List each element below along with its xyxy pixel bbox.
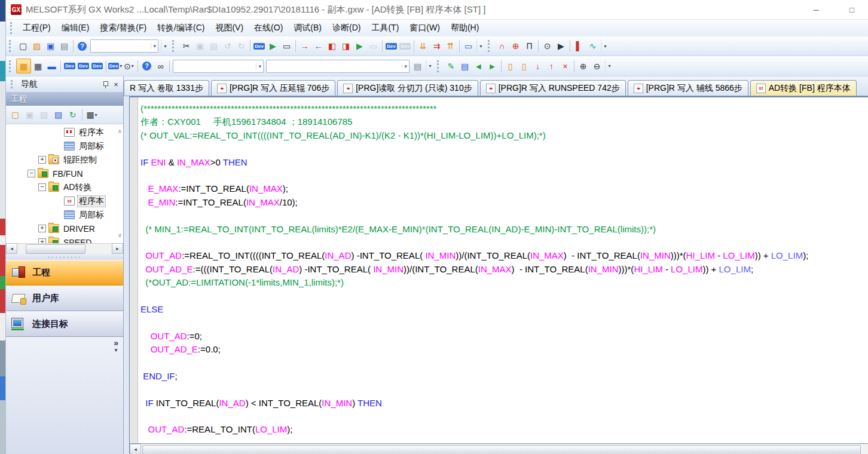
- device-display-icon[interactable]: Dev▾: [108, 59, 122, 73]
- undo-icon[interactable]: ↺: [221, 39, 234, 53]
- menu-item-1[interactable]: 编辑(E): [56, 21, 95, 34]
- device-comment-icon[interactable]: Dev: [63, 59, 77, 73]
- scan-time-icon[interactable]: ▌: [572, 39, 586, 53]
- chevron-down-icon[interactable]: ▾: [402, 63, 409, 69]
- scroll-left-icon[interactable]: ◂: [130, 444, 141, 454]
- jump-source-icon[interactable]: ⇊: [416, 39, 430, 53]
- tab-prg-write-juanqu[interactable]: R 写入 卷取 1331步: [124, 80, 209, 96]
- find-next-icon[interactable]: ►: [485, 59, 499, 73]
- work-window-icon[interactable]: ▬: [45, 59, 59, 73]
- more-buttons-icon[interactable]: »▾: [114, 339, 118, 354]
- code-line[interactable]: ELSE: [140, 303, 868, 316]
- copy-icon[interactable]: ▣: [193, 39, 207, 53]
- project-view-icon[interactable]: ▦: [16, 59, 31, 73]
- code-line[interactable]: 作者：CXY001 手机15961734804 ；18914106785: [140, 115, 868, 128]
- sampling-trace-icon[interactable]: ∩: [495, 39, 509, 53]
- toolbar-overflow-icon[interactable]: ▾: [426, 60, 434, 73]
- find-binoculars-icon[interactable]: ∞: [154, 59, 167, 73]
- help-icon[interactable]: ?: [75, 39, 89, 53]
- panel-splitter[interactable]: ·········: [6, 254, 123, 260]
- refresh-icon[interactable]: ↻: [66, 108, 80, 122]
- minimize-button[interactable]: ─: [808, 5, 824, 14]
- find-target-combo[interactable]: ▾: [173, 60, 264, 73]
- tree-item-program-body[interactable]: 程序本: [6, 125, 123, 139]
- code-line[interactable]: [140, 316, 868, 329]
- tree-item-ad-convert[interactable]: −AD转换: [6, 180, 123, 194]
- find-down-icon[interactable]: ↓: [531, 59, 545, 73]
- monitor-read-icon[interactable]: ◧: [325, 39, 339, 53]
- code-line[interactable]: (* OUT_VAL:=REAL_TO_INT((((INT_TO_REAL(A…: [140, 129, 868, 142]
- redo-icon[interactable]: ↻: [234, 39, 248, 53]
- tree-item-driver[interactable]: +DRIVER: [6, 222, 123, 235]
- toolbar-grip[interactable]: [9, 60, 13, 72]
- expand-icon[interactable]: +: [38, 238, 46, 243]
- code-line[interactable]: [140, 356, 868, 369]
- menu-item-5[interactable]: 在线(O): [249, 21, 288, 34]
- find-previous-icon[interactable]: ◄: [472, 59, 485, 73]
- find-up-icon[interactable]: ↑: [545, 59, 558, 73]
- toolbar-overflow-icon[interactable]: ▾: [605, 60, 613, 73]
- tree-scroll-down-icon[interactable]: ∨: [118, 232, 122, 238]
- device-register-icon[interactable]: Dev: [398, 39, 412, 53]
- open-project-icon[interactable]: ▨: [30, 39, 44, 53]
- tree-item-ad-local-label[interactable]: 局部标: [6, 208, 123, 222]
- jump-back-icon[interactable]: ⇈: [444, 39, 457, 53]
- find-string-combo[interactable]: ▾: [266, 60, 409, 73]
- jump-exchange-icon[interactable]: ⇉: [430, 39, 444, 53]
- code-line[interactable]: (* MIN_1:=REAL_TO_INT(INT_TO_REAL(limits…: [140, 223, 868, 236]
- menu-grip[interactable]: [10, 22, 14, 34]
- menu-item-4[interactable]: 视图(V): [210, 21, 249, 34]
- code-line[interactable]: [140, 383, 868, 396]
- device-initial-icon[interactable]: Dev: [90, 59, 104, 73]
- toolbar-overflow-icon[interactable]: ▾: [161, 39, 169, 53]
- st-code-editor[interactable]: (***************************************…: [138, 97, 868, 443]
- find-in-document-icon[interactable]: ▤: [411, 59, 424, 73]
- zoom-in-icon[interactable]: ⊕: [576, 59, 590, 73]
- new-data-icon[interactable]: ▢: [8, 108, 22, 122]
- code-line[interactable]: (***************************************…: [140, 102, 868, 115]
- project-tree[interactable]: ∧ ∨ 程序本局部标+辊距控制−FB/FUN−AD转换st程序本局部标+DRIV…: [6, 124, 123, 243]
- nav-button-connection-target[interactable]: 连接目标: [6, 311, 123, 337]
- scrollbar-thumb[interactable]: [142, 445, 861, 454]
- pin-icon[interactable]: [102, 81, 109, 88]
- edit-mode-icon[interactable]: ✎: [444, 59, 458, 73]
- read-from-plc-icon[interactable]: ←: [311, 39, 325, 53]
- print-icon[interactable]: ▤: [57, 39, 71, 53]
- code-line[interactable]: E_MIN:=INT_TO_REAL(IN_MAX/10);: [140, 196, 868, 209]
- menu-item-2[interactable]: 搜索/替换(F): [94, 21, 152, 34]
- menu-item-9[interactable]: 窗口(W): [404, 21, 445, 34]
- paste-icon[interactable]: ▤: [207, 39, 221, 53]
- monitor-write-icon[interactable]: ◨: [339, 39, 353, 53]
- tab-prg-write-fuxian[interactable]: ◂▸[PRG]R 写入 辅线 5866步: [628, 80, 748, 96]
- maximize-button[interactable]: □: [844, 5, 860, 14]
- chevron-down-icon[interactable]: ▾: [151, 43, 158, 49]
- tree-item-speed[interactable]: +SPEED: [6, 235, 123, 243]
- panel-grip[interactable]: [11, 80, 15, 88]
- tab-prg-write-yayangun[interactable]: ◂▸[PRG]R 写入 压延辊 706步: [211, 80, 335, 96]
- trace-point-icon[interactable]: ⊕: [509, 39, 522, 53]
- toolbar-grip[interactable]: [488, 40, 492, 52]
- scroll-left-icon[interactable]: ◂: [6, 243, 17, 254]
- menu-item-8[interactable]: 工具(T): [366, 21, 404, 34]
- watch-monitor-icon[interactable]: ▶: [554, 39, 568, 53]
- remote-operation-icon[interactable]: ▭: [461, 39, 475, 53]
- toolbar-grip[interactable]: [437, 60, 441, 72]
- data-info-icon[interactable]: ▤: [51, 108, 65, 122]
- monitor-stop-icon[interactable]: ▭: [366, 39, 380, 53]
- device-find-icon[interactable]: Dev: [252, 39, 266, 53]
- watch-find-icon[interactable]: ⊙: [540, 39, 554, 53]
- tab-ad-convert-fb[interactable]: stAD转换 [FB] 程序本体: [750, 80, 857, 96]
- code-line[interactable]: IF ENI & IN_MAX>0 THEN: [140, 156, 868, 169]
- write-to-plc-icon[interactable]: →: [298, 39, 311, 53]
- tree-item-local-label[interactable]: 局部标: [6, 139, 123, 153]
- expand-icon[interactable]: +: [38, 225, 46, 232]
- zoom-out-icon[interactable]: ⊖: [590, 59, 604, 73]
- code-line[interactable]: [140, 209, 868, 222]
- sort-device-icon[interactable]: ▦▾: [85, 108, 99, 122]
- device-batch-monitor-icon[interactable]: Dev: [384, 39, 398, 53]
- device-monitor-icon[interactable]: ▶: [266, 39, 280, 53]
- tab-prg-write-runspeed[interactable]: ◂▸[PRG]R 写入 RUNSPEED 742步: [480, 80, 626, 96]
- tree-item-roller-gap-control[interactable]: +辊距控制: [6, 153, 123, 167]
- code-line[interactable]: IF INT_TO_REAL(IN_AD) < INT_TO_REAL(IN_M…: [140, 397, 868, 410]
- code-line[interactable]: (*OUT_AD:=LIMITATION(-1*limits,MIN_1,lim…: [140, 276, 868, 289]
